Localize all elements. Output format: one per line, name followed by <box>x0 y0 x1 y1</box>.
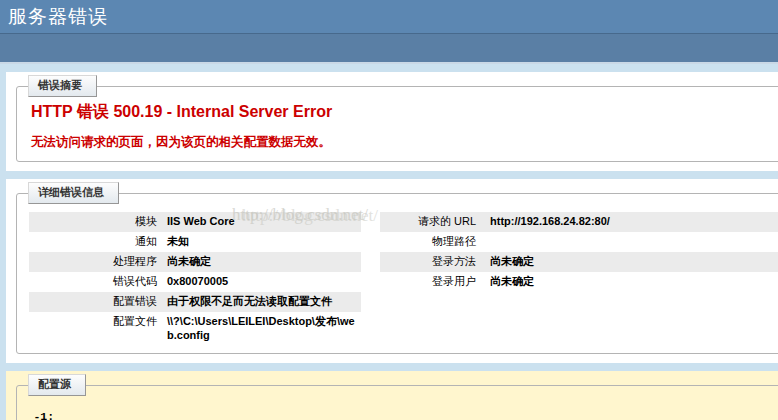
field-value: 尚未确定 <box>490 274 778 288</box>
field-value: 0x80070005 <box>167 274 361 288</box>
server-version-bar <box>0 33 778 64</box>
config-line: -1: <box>29 408 778 420</box>
field-label: 配置文件 <box>29 314 167 329</box>
table-row: 模块IIS Web Core <box>29 212 361 232</box>
field-label: 物理路径 <box>380 234 490 249</box>
field-value: 由于权限不足而无法读取配置文件 <box>167 294 361 308</box>
table-row: 配置文件\\?\C:\Users\LEILEI\Desktop\发布\web.c… <box>29 312 361 345</box>
content-area: 错误摘要 HTTP 错误 500.19 - Internal Server Er… <box>6 72 778 420</box>
page-title: 服务器错误 <box>8 4 108 30</box>
details-right-table: 请求的 URLhttp://192.168.24.82:80/物理路径登录方法尚… <box>380 212 778 292</box>
field-label: 请求的 URL <box>380 214 490 229</box>
field-label: 配置错误 <box>29 294 167 309</box>
field-value: \\?\C:\Users\LEILEI\Desktop\发布\web.confi… <box>167 314 361 342</box>
table-row: 处理程序尚未确定 <box>29 252 361 272</box>
error-details-fieldset: 详细错误信息 模块IIS Web Core通知未知处理程序尚未确定错误代码0x8… <box>16 182 778 354</box>
table-row: 请求的 URLhttp://192.168.24.82:80/ <box>380 212 778 232</box>
table-row: 物理路径 <box>380 232 778 252</box>
error-title: HTTP 错误 500.19 - Internal Server Error <box>31 102 778 123</box>
error-summary-legend: 错误摘要 <box>28 75 97 97</box>
field-value: IIS Web Core <box>167 214 361 228</box>
field-label: 通知 <box>29 234 167 249</box>
error-description: 无法访问请求的页面，因为该页的相关配置数据无效。 <box>31 134 778 151</box>
config-source-fieldset: 配置源 -1: 0: <box>16 374 778 420</box>
field-label: 错误代码 <box>29 274 167 289</box>
field-value: 未知 <box>167 234 361 248</box>
table-row: 错误代码0x80070005 <box>29 272 361 292</box>
error-details-legend: 详细错误信息 <box>28 182 119 204</box>
config-source-legend: 配置源 <box>28 374 86 396</box>
line-number: -1: <box>29 408 61 420</box>
page-header: 服务器错误 <box>0 0 778 33</box>
table-row: 通知未知 <box>29 232 361 252</box>
details-tables: 模块IIS Web Core通知未知处理程序尚未确定错误代码0x80070005… <box>29 212 778 345</box>
config-source-container: 配置源 -1: 0: <box>6 371 778 420</box>
field-value: 尚未确定 <box>167 254 361 268</box>
field-label: 模块 <box>29 214 167 229</box>
field-value: 尚未确定 <box>490 254 778 268</box>
error-summary-fieldset: 错误摘要 HTTP 错误 500.19 - Internal Server Er… <box>16 75 778 162</box>
field-label: 登录方法 <box>380 254 490 269</box>
field-label: 处理程序 <box>29 254 167 269</box>
config-source-code: -1: 0: <box>29 408 778 420</box>
table-row: 登录用户尚未确定 <box>380 272 778 292</box>
table-row: 登录方法尚未确定 <box>380 252 778 272</box>
field-value: http://192.168.24.82:80/ <box>490 214 778 228</box>
table-row: 配置错误由于权限不足而无法读取配置文件 <box>29 292 361 312</box>
field-label: 登录用户 <box>380 274 490 289</box>
details-left-table: 模块IIS Web Core通知未知处理程序尚未确定错误代码0x80070005… <box>29 212 361 345</box>
error-summary-container: 错误摘要 HTTP 错误 500.19 - Internal Server Er… <box>6 72 778 171</box>
error-details-container: 详细错误信息 模块IIS Web Core通知未知处理程序尚未确定错误代码0x8… <box>6 179 778 363</box>
